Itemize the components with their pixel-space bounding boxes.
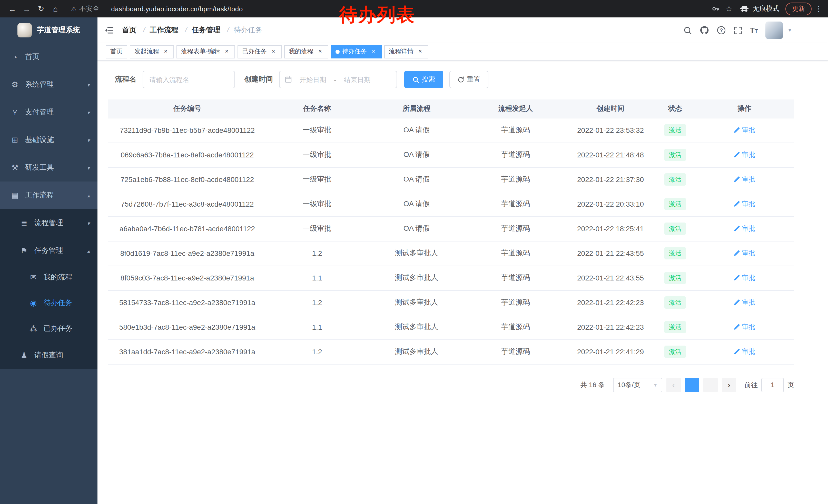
approve-link[interactable]: 审批 [734,273,755,282]
end-date-input[interactable] [338,76,376,83]
sidebar-item-process-mgmt[interactable]: ≣ 流程管理 [0,209,97,237]
workflow-icon: ▤ [9,191,20,200]
incognito-badge: 无痕模式 [740,4,779,13]
cell-task-name: 一级审批 [267,216,367,241]
calendar-icon [285,76,292,83]
goto-page-input[interactable] [761,378,784,392]
app-logo-row[interactable]: 芋道管理系统 [0,17,97,43]
sidebar-item-devtools[interactable]: ⚒ 研发工具 [0,154,97,182]
sidebar-item-leave-query[interactable]: ♟ 请假查询 [0,341,97,369]
date-range-picker[interactable]: - [279,71,397,88]
close-icon[interactable] [370,48,377,55]
close-icon[interactable] [317,48,324,55]
forward-icon[interactable]: → [19,4,34,13]
approve-link[interactable]: 审批 [734,224,755,233]
sidebar-item-my-process[interactable]: ✉ 我的流程 [0,265,97,290]
cell-process: OA 请假 [367,216,466,241]
cell-create-time: 2022-01-21 22:42:23 [565,290,656,315]
column-header: 所属流程 [367,99,466,118]
cell-task-id: 75d72608-7b7f-11ec-a3c8-acde48001122 [108,192,267,216]
tools-icon: ⚒ [9,163,20,172]
back-icon[interactable]: ← [5,4,19,13]
cell-task-id: a6aba0a4-7b6d-11ec-b781-acde48001122 [108,216,267,241]
tab-tag[interactable]: 待办任务 [331,45,382,58]
sidebar-item-task-mgmt[interactable]: ⚑ 任务管理 [0,237,97,265]
edit-icon [734,324,740,330]
sidebar-item-system[interactable]: ⚙ 系统管理 [0,71,97,98]
cell-task-id: 73211d9d-7b9b-11ec-b5b7-acde48001122 [108,118,267,142]
screen: ← → ↻ ⌂ ⚠ 不安全 dashboard.yudao.iocoder.cn… [0,0,828,504]
tab-tag[interactable]: 已办任务 [238,45,282,58]
approve-link[interactable]: 审批 [734,347,755,356]
total-count: 共 16 条 [580,380,605,390]
cell-initiator: 芋道源码 [466,192,565,216]
browser-menu-icon[interactable]: ⋮ [815,4,823,13]
table-row: 8f0d1619-7ac8-11ec-a9e2-a2380e71991a 1.2… [108,241,794,266]
tab-tag[interactable]: 流程详情 [384,45,428,58]
github-icon[interactable] [700,26,709,35]
cell-create-time: 2022-01-22 18:25:41 [565,216,656,241]
tab-tag[interactable]: 首页 [106,45,127,58]
approve-link[interactable]: 审批 [734,322,755,332]
eye-icon: ◉ [28,299,39,308]
cell-create-time: 2022-01-22 21:48:48 [565,142,656,167]
page-number-button[interactable] [703,378,718,392]
app-title: 芋道管理系统 [37,26,80,35]
tab-tag[interactable]: 我的流程 [284,45,328,58]
approve-link[interactable]: 审批 [734,126,755,135]
breadcrumb-link[interactable]: 工作流程 [150,26,178,34]
cell-process: OA 请假 [367,192,466,216]
search-icon[interactable] [683,26,692,35]
chevron-down-icon [87,165,90,171]
help-icon[interactable]: ? [717,26,726,35]
page-number-button[interactable] [685,378,699,392]
home-icon[interactable]: ⌂ [48,4,63,13]
approve-link[interactable]: 审批 [734,175,755,184]
breadcrumb-link[interactable]: 任务管理 [192,26,220,34]
approve-link[interactable]: 审批 [734,249,755,258]
sidebar-item-home[interactable]: ◔ 首页 [0,43,97,71]
next-page-button[interactable] [722,378,736,392]
avatar[interactable] [765,21,783,39]
key-icon[interactable] [709,5,722,13]
tab-tag[interactable]: 发起流程 [130,45,174,58]
sidebar-item-done-tasks[interactable]: ⁂ 已办任务 [0,316,97,341]
process-name-label: 流程名 [115,75,136,84]
font-size-icon[interactable]: TT [750,26,758,34]
chevron-down-icon[interactable] [787,28,792,33]
close-icon[interactable] [162,48,169,55]
fullscreen-icon[interactable] [734,26,742,35]
process-name-input[interactable] [142,71,235,88]
edit-icon [734,250,740,256]
cell-task-name: 1.2 [267,339,367,364]
cell-initiator: 芋道源码 [466,167,565,192]
start-date-input[interactable] [294,76,332,83]
reload-icon[interactable]: ↻ [34,4,48,13]
page-size-select[interactable]: 10条/页 [613,378,662,392]
close-icon[interactable] [223,48,230,55]
breadcrumb-link[interactable]: 首页 [122,26,136,34]
bookmark-star-icon[interactable]: ☆ [722,4,736,13]
status-badge: 激活 [664,321,686,333]
tab-tag[interactable]: 流程表单-编辑 [176,45,235,58]
approve-link[interactable]: 审批 [734,298,755,307]
divider [105,5,105,13]
approve-link[interactable]: 审批 [734,150,755,159]
sidebar-item-payment[interactable]: ¥ 支付管理 [0,98,97,126]
sidebar-item-workflow[interactable]: ▤ 工作流程 [0,182,97,209]
reset-button[interactable]: 重置 [449,71,488,88]
update-button[interactable]: 更新 [785,2,812,15]
close-icon[interactable] [270,48,277,55]
incognito-label: 无痕模式 [753,4,779,13]
cell-task-name: 一级审批 [267,167,367,192]
search-button[interactable]: 搜索 [404,71,443,88]
hamburger-icon[interactable] [105,26,114,34]
prev-page-button[interactable] [666,378,681,392]
approve-link[interactable]: 审批 [734,199,755,209]
sidebar-item-todo-tasks[interactable]: ◉ 待办任务 [0,290,97,316]
close-icon[interactable] [417,48,424,55]
sidebar-item-infra[interactable]: ⊞ 基础设施 [0,126,97,154]
url-text[interactable]: dashboard.yudao.iocoder.cn/bpm/task/todo [111,5,243,12]
cell-task-name: 1.1 [267,266,367,290]
cell-task-id: 8f059c03-7ac8-11ec-a9e2-a2380e71991a [108,266,267,290]
